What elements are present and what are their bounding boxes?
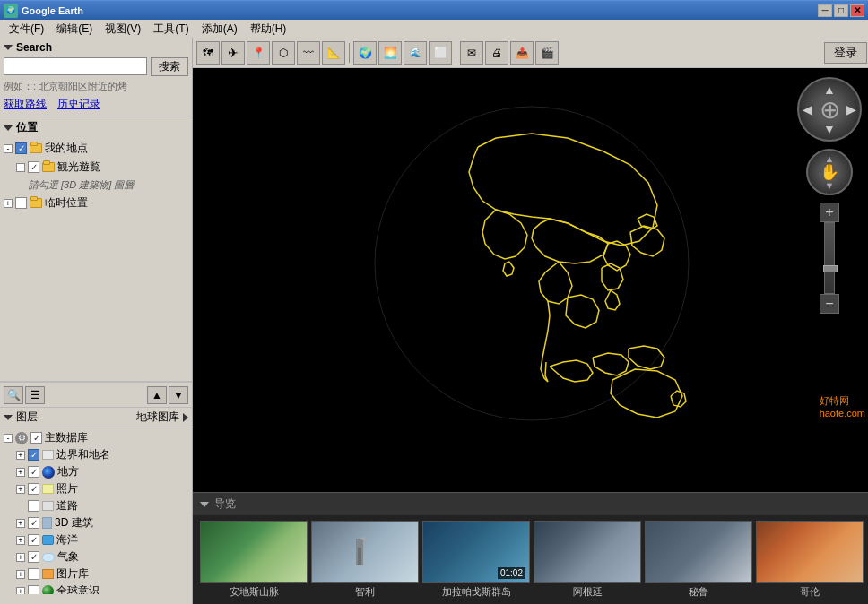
tour-item-argentina[interactable]: 阿根廷	[534, 521, 641, 599]
toolbar-kml-btn[interactable]: 📤	[510, 41, 534, 65]
close-button[interactable]: ✕	[850, 4, 864, 17]
search-button[interactable]: 搜索	[151, 57, 188, 76]
restore-button[interactable]: □	[834, 4, 848, 17]
sightseeing-expander[interactable]: -	[16, 163, 25, 172]
menu-tools[interactable]: 工具(T)	[148, 20, 194, 39]
position-header[interactable]: 位置	[4, 120, 188, 135]
layer-roads[interactable]: 道路	[16, 497, 188, 514]
toolbar-media-btn[interactable]: 🎬	[535, 41, 559, 65]
add-btn[interactable]: ▲	[147, 386, 167, 404]
search-header[interactable]: Search	[4, 41, 188, 54]
layer-photos[interactable]: + 照片	[16, 480, 188, 497]
layer-3d-checkbox[interactable]	[28, 517, 39, 529]
toolbar-fly-btn[interactable]: ✈	[221, 41, 245, 65]
layer-global-expander[interactable]: +	[16, 587, 25, 595]
layer-weather[interactable]: + 气象	[16, 548, 188, 565]
zoom-thumb[interactable]	[823, 265, 838, 272]
temp-location-checkbox[interactable]	[15, 197, 27, 209]
layer-photos-expander[interactable]: +	[16, 485, 25, 494]
layers-btn[interactable]: ☰	[25, 386, 45, 404]
layer-photos-checkbox[interactable]	[28, 483, 39, 495]
temp-location-row[interactable]: + 临时位置	[4, 194, 188, 212]
toolbar-path-btn[interactable]: 〰	[297, 41, 320, 65]
nav-tilt[interactable]: ▲ ▼	[806, 149, 853, 195]
tour-item-chile[interactable]: 智利	[311, 521, 419, 599]
toolbar-print-btn[interactable]: 🖨	[485, 41, 508, 65]
layer-gallery-icon	[42, 569, 54, 579]
sightseeing-checkbox[interactable]	[28, 161, 39, 173]
zoom-track[interactable]	[824, 222, 835, 294]
layer-ocean-expander[interactable]: +	[16, 536, 25, 545]
layer-3d-buildings[interactable]: + 3D 建筑	[16, 514, 188, 531]
layer-ocean[interactable]: + 海洋	[16, 531, 188, 548]
tilt-down-icon[interactable]: ▼	[825, 180, 835, 191]
layer-gallery-checkbox[interactable]	[28, 568, 39, 580]
sightseeing-row[interactable]: - 観光遊覧	[16, 158, 188, 177]
remove-btn[interactable]: ▼	[169, 386, 188, 404]
layer-borders-checkbox[interactable]	[28, 449, 39, 461]
layer-borders[interactable]: + 边界和地名	[16, 446, 188, 463]
layer-ocean-checkbox[interactable]	[28, 534, 39, 546]
zoom-in-button[interactable]: +	[820, 203, 839, 222]
layer-roads-checkbox[interactable]	[28, 500, 39, 512]
my-places-row[interactable]: - 我的地点	[4, 139, 188, 158]
search-links: 获取路线 历史记录	[4, 97, 188, 112]
menu-file[interactable]: 文件(F)	[4, 20, 49, 39]
search-input[interactable]	[4, 57, 147, 75]
login-button[interactable]: 登录	[824, 42, 867, 64]
layer-global[interactable]: + 全球意识	[16, 582, 188, 594]
layer-weather-label: 气象	[57, 549, 79, 565]
get-directions-button[interactable]: 获取路线	[4, 97, 47, 112]
layer-main-db[interactable]: - ⚙ 主数据库	[4, 429, 188, 446]
minimize-button[interactable]: ─	[818, 4, 832, 17]
layer-main-db-checkbox[interactable]	[30, 432, 42, 444]
tilt-up-icon[interactable]: ▲	[825, 153, 835, 164]
earth-library-btn[interactable]: 地球图库	[136, 410, 188, 425]
layer-gallery-expander[interactable]: +	[16, 570, 25, 579]
nav-ring[interactable]: ▲ ▼ ◀ ▶	[797, 77, 862, 142]
layer-global-checkbox[interactable]	[28, 585, 39, 594]
toolbar-sun-btn[interactable]: 🌅	[378, 41, 402, 65]
zoom-out-button[interactable]: −	[820, 294, 839, 314]
menu-view[interactable]: 视图(V)	[100, 20, 146, 39]
toolbar-email-btn[interactable]: ✉	[460, 41, 483, 65]
toolbar-pin-btn[interactable]: 📍	[247, 41, 270, 65]
search-btn[interactable]: 🔍	[4, 386, 23, 404]
nav-right-icon[interactable]: ▶	[846, 102, 856, 116]
layer-local-expander[interactable]: +	[16, 468, 25, 477]
layer-weather-checkbox[interactable]	[28, 551, 39, 563]
layer-local[interactable]: + 地方	[16, 463, 188, 480]
tour-item-galapagos[interactable]: 01:02 加拉帕戈斯群岛	[422, 521, 530, 599]
toolbar-polygon-btn[interactable]: ⬡	[272, 41, 295, 65]
nav-left-icon[interactable]: ◀	[803, 102, 812, 116]
nav-down-icon[interactable]: ▼	[823, 122, 836, 136]
globe-area[interactable]: ▲ ▼ ◀ ▶ ▲ ▼ + −	[193, 68, 868, 492]
history-button[interactable]: 历史记录	[57, 97, 100, 112]
nav-up-icon[interactable]: ▲	[823, 82, 836, 97]
tour-item-peru[interactable]: 秘鲁	[645, 521, 752, 599]
layer-weather-expander[interactable]: +	[16, 553, 25, 562]
toolbar-earth-btn[interactable]: 🌍	[353, 41, 377, 65]
toolbar-record-btn[interactable]: ⬜	[429, 41, 452, 65]
tour-item-andes[interactable]: 安地斯山脉	[200, 521, 308, 599]
layer-weather-icon	[42, 553, 55, 562]
layer-borders-expander[interactable]: +	[16, 451, 25, 460]
menu-edit[interactable]: 编辑(E)	[51, 20, 98, 39]
tour-item-colombia[interactable]: 哥伦	[756, 521, 864, 599]
layer-main-db-expander[interactable]: -	[4, 434, 13, 443]
nav-controls: ▲ ▼ ◀ ▶ ▲ ▼ + −	[797, 77, 862, 314]
temp-location-expander[interactable]: +	[4, 199, 13, 208]
menu-add[interactable]: 添加(A)	[196, 20, 243, 39]
layer-3d-expander[interactable]: +	[16, 519, 25, 528]
toolbar-map-btn[interactable]: 🗺	[196, 41, 220, 65]
my-places-expander[interactable]: -	[4, 144, 13, 153]
tour-thumb-andes	[200, 521, 308, 583]
layer-3d-label: 3D 建筑	[55, 515, 93, 531]
my-places-checkbox[interactable]	[15, 142, 27, 154]
building-hint-label: 請勾選 [3D 建築物] 圖層	[29, 178, 134, 192]
layer-gallery[interactable]: + 图片库	[16, 565, 188, 582]
toolbar-measure-btn[interactable]: 📐	[322, 41, 345, 65]
layer-local-checkbox[interactable]	[28, 466, 39, 478]
menu-help[interactable]: 帮助(H)	[245, 20, 292, 39]
toolbar-ocean-btn[interactable]: 🌊	[404, 41, 427, 65]
